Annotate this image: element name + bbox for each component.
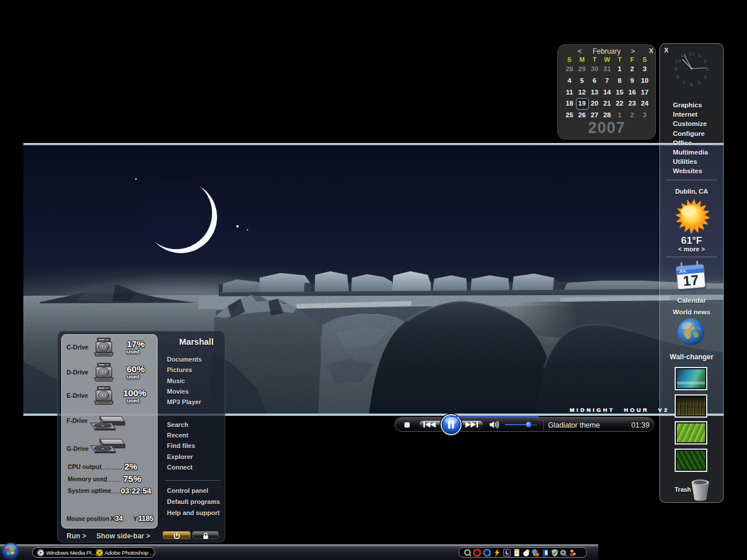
svg-text:11: 11 [680,52,687,58]
svg-text:8: 8 [676,74,679,80]
svg-text:6: 6 [690,81,693,88]
svg-text:3: 3 [706,65,708,72]
svg-text:9: 9 [674,65,677,72]
svg-text:17: 17 [682,272,699,289]
svg-text:5: 5 [698,79,701,86]
svg-text:7: 7 [682,79,685,86]
svg-text:10: 10 [675,58,681,64]
svg-text:4: 4 [704,74,707,80]
svg-text:2: 2 [704,58,707,64]
svg-text:12: 12 [689,50,695,57]
svg-text:1: 1 [698,52,701,58]
